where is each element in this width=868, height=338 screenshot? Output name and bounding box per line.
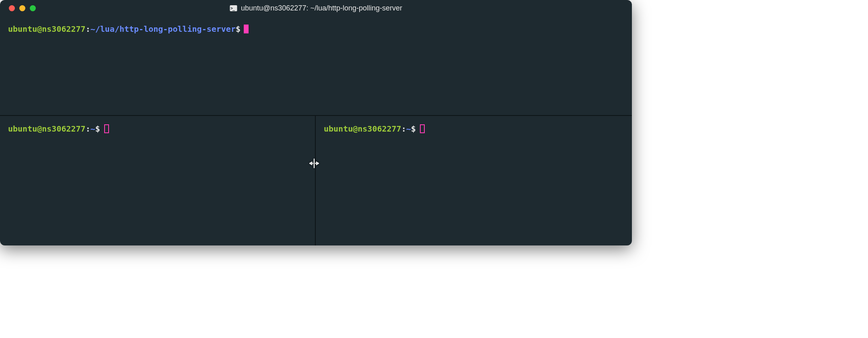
panes-container: ubuntu@ns3062277:~/lua/http-long-polling…	[0, 16, 632, 245]
prompt-colon: :	[86, 123, 91, 134]
prompt-path: ~/lua/http-long-polling-server	[91, 23, 236, 35]
prompt-path: ~	[406, 123, 411, 134]
zoom-button[interactable]	[30, 5, 36, 11]
window-title: ubuntu@ns3062277: ~/lua/http-long-pollin…	[241, 4, 402, 12]
prompt-line: ubuntu@ns3062277:~/lua/http-long-polling…	[8, 23, 624, 35]
cursor-icon	[420, 124, 425, 133]
prompt-userhost: ubuntu@ns3062277	[8, 23, 86, 35]
titlebar[interactable]: ubuntu@ns3062277: ~/lua/http-long-pollin…	[0, 0, 632, 16]
minimize-button[interactable]	[19, 5, 25, 11]
prompt-line: ubuntu@ns3062277:~$	[8, 123, 307, 134]
pane-bottom-right[interactable]: ubuntu@ns3062277:~$	[316, 116, 632, 245]
prompt-dollar: $	[236, 23, 241, 35]
cursor-icon	[244, 25, 249, 33]
window-title-group: ubuntu@ns3062277: ~/lua/http-long-pollin…	[230, 4, 402, 12]
prompt-dollar: $	[95, 123, 100, 134]
pane-top[interactable]: ubuntu@ns3062277:~/lua/http-long-polling…	[0, 16, 632, 116]
cursor-icon	[104, 124, 109, 133]
terminal-window: ubuntu@ns3062277: ~/lua/http-long-pollin…	[0, 0, 632, 245]
prompt-colon: :	[86, 23, 91, 35]
traffic-lights	[0, 5, 36, 11]
terminal-icon	[230, 5, 237, 11]
prompt-userhost: ubuntu@ns3062277	[8, 123, 86, 134]
pane-bottom-left[interactable]: ubuntu@ns3062277:~$	[0, 116, 316, 245]
close-button[interactable]	[9, 5, 15, 11]
prompt-userhost: ubuntu@ns3062277	[324, 123, 401, 134]
prompt-colon: :	[401, 123, 406, 134]
prompt-line: ubuntu@ns3062277:~$	[324, 123, 624, 134]
prompt-dollar: $	[411, 123, 416, 134]
prompt-path: ~	[91, 123, 95, 134]
